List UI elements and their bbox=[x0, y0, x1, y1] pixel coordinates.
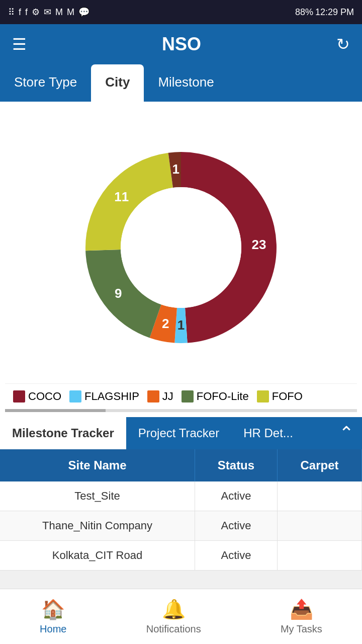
site-table: Site Name Status Carpet Test_Site Active… bbox=[0, 449, 362, 571]
label-fofo: 11 bbox=[114, 189, 129, 204]
label-unknown: 1 bbox=[172, 162, 179, 177]
legend-item-fofo: FOFO bbox=[257, 390, 303, 403]
cell-site-name: Thane_Nitin Company bbox=[0, 511, 195, 541]
fb2-icon: f bbox=[25, 7, 28, 18]
status-bar-left: ⠿ f f ⚙ ✉ M M 💬 bbox=[8, 7, 89, 18]
cell-status: Active bbox=[195, 541, 278, 571]
label-flagship: 1 bbox=[177, 317, 185, 333]
col-header-carpet: Carpet bbox=[277, 449, 361, 481]
legend-label-fofo-lite: FOFO-Lite bbox=[197, 390, 249, 403]
label-fofo-lite: 9 bbox=[115, 286, 122, 301]
legend-label-fofo: FOFO bbox=[272, 390, 303, 403]
legend-item-fofo-lite: FOFO-Lite bbox=[182, 390, 249, 403]
col-header-status: Status bbox=[195, 449, 278, 481]
cell-status: Active bbox=[195, 481, 278, 511]
menu-dots-icon: ⠿ bbox=[8, 7, 15, 18]
status-bar-right: 88% 12:29 PM bbox=[295, 7, 354, 18]
home-icon: 🏠 bbox=[41, 598, 65, 620]
chart-container: 23129111 COCO FLAGSHIP JJ FOFO-Lite FOFO bbox=[0, 102, 362, 417]
nav-notifications-label: Notifications bbox=[146, 623, 201, 635]
legend-item-flagship: FLAGSHIP bbox=[69, 390, 139, 403]
gmail-icon: M bbox=[55, 7, 63, 18]
app-title: NSO bbox=[162, 34, 201, 55]
cell-site-name: Test_Site bbox=[0, 481, 195, 511]
legend-color-fofo-lite bbox=[182, 390, 194, 403]
table-row: Test_Site Active bbox=[0, 481, 362, 511]
legend-item-coco: COCO bbox=[13, 390, 61, 403]
cell-carpet bbox=[277, 541, 361, 571]
header: ☰ NSO ↻ bbox=[0, 24, 362, 64]
nav-my-tasks-label: My Tasks bbox=[281, 623, 322, 635]
nav-my-tasks[interactable]: 📤 My Tasks bbox=[281, 598, 322, 635]
bottom-tab-project-tracker[interactable]: Project Tracker bbox=[126, 417, 231, 449]
legend-label-coco: COCO bbox=[28, 390, 61, 403]
bottom-section-tabs: Milestone Tracker Project Tracker HR Det… bbox=[0, 417, 362, 449]
table-header-row: Site Name Status Carpet bbox=[0, 449, 362, 481]
cell-site-name: Kolkata_CIT Road bbox=[0, 541, 195, 571]
upload-icon: 📤 bbox=[290, 598, 313, 620]
table-row: Kolkata_CIT Road Active bbox=[0, 541, 362, 571]
legend-label-jj: JJ bbox=[162, 390, 173, 403]
legend-color-coco bbox=[13, 390, 25, 403]
main-tabs: Store Type City Milestone bbox=[0, 64, 362, 102]
table-row: Thane_Nitin Company Active bbox=[0, 511, 362, 541]
chart-legend: COCO FLAGSHIP JJ FOFO-Lite FOFO bbox=[5, 383, 357, 409]
scroll-bar bbox=[5, 409, 357, 412]
bottom-navigation: 🏠 Home 🔔 Notifications 📤 My Tasks bbox=[0, 589, 362, 644]
cell-status: Active bbox=[195, 511, 278, 541]
cell-carpet bbox=[277, 481, 361, 511]
nav-notifications[interactable]: 🔔 Notifications bbox=[146, 598, 201, 635]
fb-icon: f bbox=[19, 7, 21, 18]
cell-carpet bbox=[277, 511, 361, 541]
legend-label-flagship: FLAGSHIP bbox=[84, 390, 139, 403]
bottom-tab-hr-details[interactable]: HR Det... bbox=[231, 417, 305, 449]
legend-color-fofo bbox=[257, 390, 269, 403]
donut-chart: 23129111 bbox=[5, 112, 357, 383]
hamburger-icon[interactable]: ☰ bbox=[12, 35, 27, 54]
git-icon: ⚙ bbox=[32, 7, 40, 18]
data-table-wrapper: Site Name Status Carpet Test_Site Active… bbox=[0, 449, 362, 571]
nav-home[interactable]: 🏠 Home bbox=[40, 598, 66, 635]
time-text: 12:29 PM bbox=[315, 7, 354, 18]
nav-home-label: Home bbox=[40, 623, 66, 635]
tab-city[interactable]: City bbox=[91, 64, 144, 102]
label-coco: 23 bbox=[251, 237, 266, 252]
refresh-icon[interactable]: ↻ bbox=[336, 35, 350, 54]
legend-color-flagship bbox=[69, 390, 81, 403]
bottom-tab-milestone-tracker[interactable]: Milestone Tracker bbox=[0, 417, 126, 449]
collapse-arrow-icon[interactable]: ⌃ bbox=[331, 417, 362, 449]
battery-text: 88% bbox=[295, 7, 313, 18]
bell-icon: 🔔 bbox=[162, 598, 186, 620]
scroll-thumb[interactable] bbox=[5, 409, 106, 412]
label-jj: 2 bbox=[162, 316, 169, 331]
legend-item-jj: JJ bbox=[147, 390, 173, 403]
tab-store-type[interactable]: Store Type bbox=[0, 64, 91, 102]
gmail2-icon: M bbox=[67, 7, 74, 18]
status-bar: ⠿ f f ⚙ ✉ M M 💬 88% 12:29 PM bbox=[0, 0, 362, 24]
col-header-site-name: Site Name bbox=[0, 449, 195, 481]
legend-color-jj bbox=[147, 390, 159, 403]
tab-milestone[interactable]: Milestone bbox=[144, 64, 228, 102]
donut-svg: 23129111 bbox=[55, 122, 307, 373]
whatsapp-icon: 💬 bbox=[78, 7, 89, 18]
donut-hole bbox=[121, 187, 241, 308]
email-icon: ✉ bbox=[44, 7, 51, 18]
